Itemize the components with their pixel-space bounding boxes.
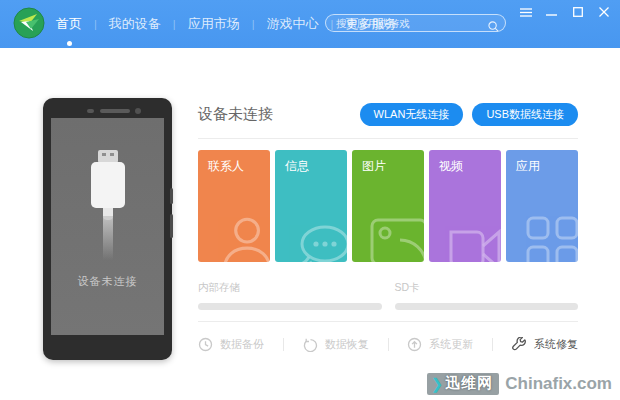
data-restore-action[interactable]: 数据恢复 [303,337,369,352]
watermark-domain: Chinafix.com [505,374,612,394]
contacts-icon [214,212,270,262]
phone-side-button [170,188,173,204]
system-repair-action[interactable]: 系统修复 [512,337,578,352]
tile-label: 联系人 [208,158,244,175]
phone-side-button [170,214,173,238]
tile-label: 信息 [285,158,309,175]
action-label: 系统修复 [534,337,578,352]
phone-camera-dot [87,109,94,113]
sd-card-bar [395,303,579,310]
messages-icon [287,218,347,262]
update-icon [407,337,422,352]
usb-connect-button[interactable]: USB数据线连接 [472,103,578,126]
phone-sensor-dot [135,108,141,114]
phone-screen: 设备未连接 [51,118,164,335]
connect-buttons: WLAN无线连接 USB数据线连接 [360,103,578,126]
watermark-box: ❯ 迅维网 [427,373,500,395]
action-label: 系统更新 [429,337,473,352]
backup-icon [198,337,213,352]
page-title: 设备未连接 [198,105,273,124]
close-icon[interactable] [597,6,610,18]
phone-speaker [100,109,130,113]
storage-section: 内部存储 SD卡 [198,281,578,310]
tile-label: 应用 [516,158,540,175]
divider [388,338,389,351]
internal-storage: 内部存储 [198,281,382,310]
nav-item-game-center[interactable]: 游戏中心 [265,15,321,33]
repair-icon [512,337,527,352]
phone-status-text: 设备未连接 [51,274,164,289]
app-logo-icon[interactable] [13,7,45,39]
search-icon[interactable] [488,18,499,29]
system-update-action[interactable]: 系统更新 [407,337,473,352]
search-input[interactable] [326,17,488,29]
nav-separator: | [84,18,107,30]
chevron-icon: ❯ [431,376,444,391]
search-box[interactable] [325,14,506,32]
tile-apps[interactable]: 应用 [506,150,578,262]
nav-item-home[interactable]: 首页 [54,15,84,33]
topbar: 首页 | 我的设备 | 应用市场 | 游戏中心 | 更多服务 [0,0,620,48]
actions-bar: 数据备份 数据恢复 系统更新 系统修复 [198,332,578,356]
internal-storage-bar [198,303,382,310]
action-label: 数据恢复 [325,337,369,352]
divider [198,321,578,322]
tile-messages[interactable]: 信息 [275,150,347,262]
divider [198,138,578,139]
window-controls [519,6,610,18]
action-label: 数据备份 [220,337,264,352]
restore-icon [303,337,318,352]
apps-icon [522,212,578,262]
minimize-icon[interactable] [545,6,558,18]
tile-label: 视频 [439,158,463,175]
pictures-icon [368,214,424,262]
watermark-site-name: 迅维网 [445,374,493,393]
app-window: 首页 | 我的设备 | 应用市场 | 游戏中心 | 更多服务 [0,0,620,400]
tile-videos[interactable]: 视频 [429,150,501,262]
data-backup-action[interactable]: 数据备份 [198,337,264,352]
tile-pictures[interactable]: 图片 [352,150,424,262]
menu-icon[interactable] [519,6,532,18]
videos-icon [443,216,501,262]
divider [283,338,284,351]
divider [492,338,493,351]
wlan-connect-button[interactable]: WLAN无线连接 [360,103,464,126]
usb-plug-icon [86,150,130,264]
nav-separator: | [163,18,186,30]
sd-card-label: SD卡 [395,281,579,295]
maximize-icon[interactable] [571,6,584,18]
tile-contacts[interactable]: 联系人 [198,150,270,262]
category-tiles: 联系人 信息 图片 视频 应用 [198,150,578,262]
watermark: ❯ 迅维网 Chinafix.com [427,373,612,395]
tile-label: 图片 [362,158,386,175]
nav-separator: | [242,18,265,30]
nav-item-app-market[interactable]: 应用市场 [186,15,242,33]
phone-illustration: 设备未连接 [43,98,172,360]
nav-item-my-devices[interactable]: 我的设备 [107,15,163,33]
internal-storage-label: 内部存储 [198,281,382,295]
sd-card-storage: SD卡 [395,281,579,310]
